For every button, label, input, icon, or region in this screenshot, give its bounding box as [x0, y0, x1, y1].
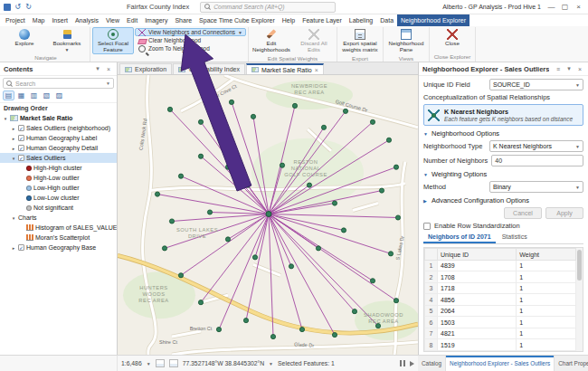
contents-item-sales-outliers[interactable]: ▾✓Sales Outliers: [0, 153, 117, 163]
neighborhood-pane-button[interactable]: Neighborhood Pane: [385, 27, 427, 54]
pane-close-icon[interactable]: ×: [575, 66, 584, 72]
list-by-drawing-order-icon[interactable]: ▤: [3, 90, 14, 100]
contents-item-human-geography-detail[interactable]: ▸✓Human Geography Detail: [0, 143, 117, 153]
refresh-drawing-icon[interactable]: [410, 361, 414, 366]
ribbon-tab-project[interactable]: Project: [2, 14, 29, 26]
expander-icon[interactable]: ▸: [11, 136, 16, 141]
number-of-neighbors-input[interactable]: 40: [491, 155, 583, 166]
layer-checkbox[interactable]: ✓: [18, 135, 24, 141]
contents-item-sales-outliers-neighborhood[interactable]: ▸✓Sales Outliers (neighborhood): [0, 123, 117, 133]
ribbon-tab-view[interactable]: View: [102, 14, 123, 26]
redo-icon[interactable]: ↻: [24, 3, 33, 11]
layer-checkbox[interactable]: ✓: [18, 145, 24, 151]
neighbors-table[interactable]: Unique IDWeight1483912170813171814485615…: [424, 248, 576, 351]
list-by-selection-icon[interactable]: ▥: [28, 90, 40, 100]
list-by-source-icon[interactable]: ▦: [15, 90, 27, 100]
knn-method-card[interactable]: K Nearest Neighbors Each feature gets K …: [423, 104, 583, 126]
view-neighbors-connections-dropdown[interactable]: View Neighbors and Connections ▼: [135, 28, 246, 36]
bottom-tab-chart-properties[interactable]: Chart Properties: [555, 356, 588, 371]
ribbon-tab-labeling[interactable]: Labeling: [346, 14, 376, 26]
contents-item-low-low-cluster[interactable]: Low-Low cluster: [0, 193, 117, 203]
table-row[interactable]: 448561: [425, 294, 576, 306]
method-select[interactable]: Binary ▼: [489, 181, 583, 193]
layer-checkbox[interactable]: ✓: [18, 244, 24, 251]
ribbon-tab-space-time-cube-explorer[interactable]: Space Time Cube Explorer: [195, 14, 279, 26]
close-button[interactable]: ×: [572, 1, 585, 14]
ribbon-tab-help[interactable]: Help: [279, 14, 299, 26]
command-search-input[interactable]: Command Search (Alt+Q): [200, 2, 336, 13]
minimize-button[interactable]: —: [545, 1, 558, 14]
ribbon-tab-map[interactable]: Map: [29, 14, 49, 26]
close-tab-icon[interactable]: ×: [315, 67, 318, 73]
map-scale-value[interactable]: 1:6,486: [121, 360, 142, 366]
clear-neighborhood-button[interactable]: Clear Neighborhood: [135, 36, 246, 44]
map-canvas[interactable]: NEWBRIDGEREC AREARESTONNATIONALGOLF COUR…: [118, 75, 418, 355]
table-row[interactable]: 217081: [425, 271, 576, 283]
contents-item-high-low-outlier[interactable]: High-Low outlier: [0, 173, 117, 183]
expander-icon[interactable]: ▸: [11, 245, 16, 251]
layer-checkbox[interactable]: ✓: [18, 155, 24, 161]
spatial-reference-icon[interactable]: [156, 359, 165, 367]
ribbon-tab-imagery[interactable]: Imagery: [141, 14, 171, 26]
contents-item-high-high-cluster[interactable]: High-High cluster: [0, 163, 117, 173]
contents-item-human-geography-label[interactable]: ▸✓Human Geography Label: [0, 133, 117, 143]
explore-button[interactable]: Explore: [4, 27, 45, 53]
map-tab-market-sale-ratio[interactable]: Market Sale Ratio×: [246, 63, 324, 74]
table-row[interactable]: 615031: [425, 317, 576, 328]
table-row[interactable]: 317181: [425, 282, 576, 294]
table-scrollbar[interactable]: [576, 248, 583, 351]
ribbon-tab-feature-layer[interactable]: Feature Layer: [299, 14, 346, 26]
table-row[interactable]: 520641: [425, 305, 576, 317]
panel-tab-statistics[interactable]: Statistics: [498, 233, 532, 243]
ribbon-tab-insert[interactable]: Insert: [48, 14, 71, 26]
panel-tab-neighbors-of-id-2071[interactable]: Neighbors of ID 2071: [423, 233, 496, 243]
coordinate-readout[interactable]: 77.3527148°W 38.8445302°N: [183, 360, 264, 366]
expander-icon[interactable]: ▾: [11, 156, 16, 161]
expander-icon[interactable]: ▾: [3, 116, 8, 121]
bottom-tab-catalog[interactable]: Catalog: [418, 356, 446, 371]
contents-item-market-sale-ratio[interactable]: ▾Market Sale Ratio: [0, 113, 117, 123]
list-by-snapping-icon[interactable]: ▨: [53, 90, 65, 100]
undo-icon[interactable]: ↺: [14, 3, 22, 11]
contents-item-low-high-outlier[interactable]: Low-High outlier: [0, 183, 117, 193]
edit-neighborhoods-button[interactable]: Edit Neighborhoods: [251, 27, 292, 54]
contents-search-input[interactable]: Search ▼: [3, 78, 114, 89]
ribbon-tab-edit[interactable]: Edit: [123, 14, 141, 26]
table-row[interactable]: 815191: [425, 339, 576, 351]
map-tab-vulnerability-index[interactable]: Vulnerability Index: [173, 63, 245, 74]
table-row[interactable]: 148391: [425, 260, 576, 271]
pane-options-icon[interactable]: ▾: [564, 65, 574, 72]
neighborhood-options-section[interactable]: ▼ Neighborhood Options: [423, 129, 583, 138]
pane-menu-icon[interactable]: ≡: [554, 66, 563, 72]
signed-in-user[interactable]: Alberto - GP Analysis - Prod Hive 1: [442, 4, 541, 10]
maximize-button[interactable]: ▢: [558, 1, 572, 14]
ribbon-tab-data[interactable]: Data: [376, 14, 397, 26]
apply-button[interactable]: Apply: [545, 207, 583, 219]
unique-id-field-select[interactable]: SOURCE_ID ▼: [489, 79, 583, 90]
close-explorer-button[interactable]: Close: [432, 27, 473, 52]
ribbon-tab-neighborhood-explorer[interactable]: Neighborhood Explorer: [397, 14, 469, 26]
cancel-button[interactable]: Cancel: [504, 207, 542, 219]
bottom-tab-neighborhood-explorer-sales-outliers[interactable]: Neighborhood Explorer - Sales Outliers: [446, 356, 555, 371]
contents-item-moran-s-scatterplot[interactable]: Moran's Scatterplot: [0, 233, 117, 243]
contents-item-histogram-of-sales-value[interactable]: Histogram of SALES_VALUE: [0, 223, 117, 233]
table-header-unique-id[interactable]: Unique ID: [438, 249, 517, 261]
ribbon-tab-share[interactable]: Share: [171, 14, 195, 26]
select-focal-feature-button[interactable]: Select Focal Feature: [92, 27, 134, 54]
expander-icon[interactable]: ▸: [11, 146, 16, 151]
pane-options-icon[interactable]: ▾: [93, 65, 102, 72]
discard-all-edits-button[interactable]: Discard All Edits: [293, 27, 335, 54]
zoom-to-neighborhood-button[interactable]: Zoom To Neighborhood: [135, 44, 246, 52]
contents-item-charts[interactable]: ▾Charts: [0, 213, 117, 223]
table-row[interactable]: 748211: [425, 328, 576, 339]
expander-icon[interactable]: ▾: [11, 215, 16, 221]
contents-item-human-geography-base[interactable]: ▸✓Human Geography Base: [0, 243, 117, 252]
ribbon-tab-analysis[interactable]: Analysis: [71, 14, 102, 26]
pause-drawing-icon[interactable]: [400, 360, 405, 366]
pane-close-icon[interactable]: ×: [104, 66, 113, 72]
row-standardization-checkbox[interactable]: [423, 223, 431, 230]
table-header-weight[interactable]: Weight: [517, 249, 576, 261]
neighborhood-type-select[interactable]: K Nearest Neighbors ▼: [489, 140, 583, 152]
advanced-options-section[interactable]: ▶ Advanced Configuration Options: [423, 196, 583, 205]
list-by-editing-icon[interactable]: ▧: [41, 90, 52, 100]
